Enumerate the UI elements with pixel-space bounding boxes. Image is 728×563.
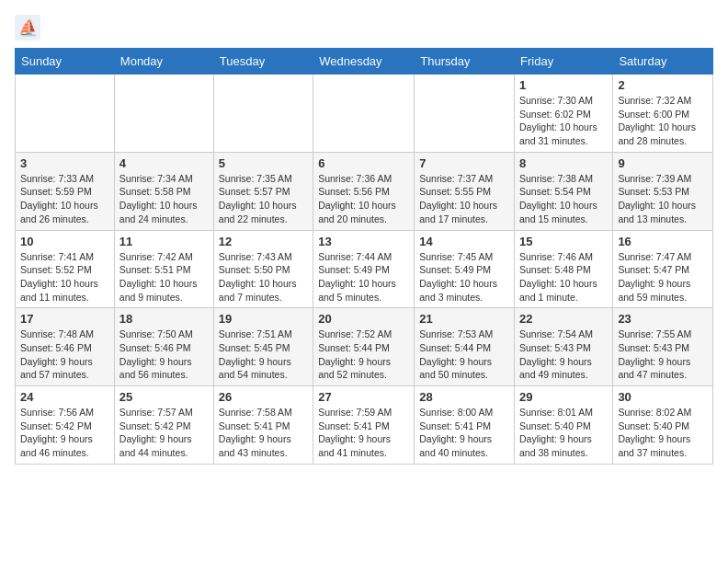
day-info: Sunrise: 8:00 AM Sunset: 5:41 PM Dayligh… (419, 406, 509, 460)
calendar-cell: 1Sunrise: 7:30 AM Sunset: 6:02 PM Daylig… (515, 75, 613, 153)
calendar-cell: 13Sunrise: 7:44 AM Sunset: 5:49 PM Dayli… (313, 230, 415, 308)
col-header-wednesday: Wednesday (313, 49, 415, 75)
day-info: Sunrise: 7:43 AM Sunset: 5:50 PM Dayligh… (219, 250, 308, 304)
day-info: Sunrise: 8:01 AM Sunset: 5:40 PM Dayligh… (519, 406, 608, 460)
calendar-cell: 12Sunrise: 7:43 AM Sunset: 5:50 PM Dayli… (213, 230, 313, 308)
calendar-cell: 28Sunrise: 8:00 AM Sunset: 5:41 PM Dayli… (415, 386, 515, 465)
calendar-cell (313, 75, 415, 153)
calendar-cell: 3Sunrise: 7:33 AM Sunset: 5:59 PM Daylig… (16, 152, 115, 230)
calendar-cell: 2Sunrise: 7:32 AM Sunset: 6:00 PM Daylig… (613, 75, 713, 153)
calendar-cell: 15Sunrise: 7:46 AM Sunset: 5:48 PM Dayli… (515, 230, 613, 308)
col-header-thursday: Thursday (415, 49, 515, 75)
day-number: 23 (618, 312, 708, 326)
day-info: Sunrise: 7:30 AM Sunset: 6:02 PM Dayligh… (519, 94, 608, 148)
day-number: 28 (419, 390, 509, 404)
day-info: Sunrise: 7:44 AM Sunset: 5:49 PM Dayligh… (318, 250, 409, 304)
calendar-cell (415, 75, 515, 153)
day-number: 9 (618, 156, 708, 170)
calendar-cell (213, 75, 313, 153)
day-info: Sunrise: 8:02 AM Sunset: 5:40 PM Dayligh… (618, 406, 708, 460)
day-info: Sunrise: 7:35 AM Sunset: 5:57 PM Dayligh… (219, 172, 308, 226)
calendar-week-4: 17Sunrise: 7:48 AM Sunset: 5:46 PM Dayli… (16, 308, 713, 386)
calendar-week-1: 1Sunrise: 7:30 AM Sunset: 6:02 PM Daylig… (16, 75, 713, 153)
col-header-monday: Monday (114, 49, 213, 75)
day-number: 18 (119, 312, 209, 326)
page-header: ⛵ (15, 15, 713, 40)
calendar-cell: 25Sunrise: 7:57 AM Sunset: 5:42 PM Dayli… (114, 386, 213, 465)
day-info: Sunrise: 7:34 AM Sunset: 5:58 PM Dayligh… (119, 172, 209, 226)
calendar-cell (114, 75, 213, 153)
day-info: Sunrise: 7:33 AM Sunset: 5:59 PM Dayligh… (20, 172, 109, 226)
day-number: 21 (419, 312, 509, 326)
day-number: 29 (519, 390, 608, 404)
calendar-cell: 22Sunrise: 7:54 AM Sunset: 5:43 PM Dayli… (515, 308, 613, 386)
calendar-cell: 4Sunrise: 7:34 AM Sunset: 5:58 PM Daylig… (114, 152, 213, 230)
day-number: 5 (219, 156, 308, 170)
calendar-cell: 17Sunrise: 7:48 AM Sunset: 5:46 PM Dayli… (16, 308, 115, 386)
day-number: 30 (618, 390, 708, 404)
calendar-cell: 29Sunrise: 8:01 AM Sunset: 5:40 PM Dayli… (515, 386, 613, 465)
day-info: Sunrise: 7:58 AM Sunset: 5:41 PM Dayligh… (219, 406, 308, 460)
day-info: Sunrise: 7:56 AM Sunset: 5:42 PM Dayligh… (20, 406, 109, 460)
calendar-cell: 9Sunrise: 7:39 AM Sunset: 5:53 PM Daylig… (613, 152, 713, 230)
day-number: 17 (20, 312, 109, 326)
day-number: 6 (318, 156, 409, 170)
calendar-cell: 5Sunrise: 7:35 AM Sunset: 5:57 PM Daylig… (213, 152, 313, 230)
col-header-sunday: Sunday (16, 49, 115, 75)
day-info: Sunrise: 7:37 AM Sunset: 5:55 PM Dayligh… (419, 172, 509, 226)
day-info: Sunrise: 7:32 AM Sunset: 6:00 PM Dayligh… (618, 94, 708, 148)
day-number: 19 (219, 312, 308, 326)
calendar-cell: 7Sunrise: 7:37 AM Sunset: 5:55 PM Daylig… (415, 152, 515, 230)
day-info: Sunrise: 7:48 AM Sunset: 5:46 PM Dayligh… (20, 327, 109, 382)
day-number: 14 (419, 235, 509, 248)
logo: ⛵ (15, 15, 44, 40)
day-number: 2 (618, 78, 708, 92)
calendar-cell: 8Sunrise: 7:38 AM Sunset: 5:54 PM Daylig… (515, 152, 613, 230)
calendar-week-2: 3Sunrise: 7:33 AM Sunset: 5:59 PM Daylig… (16, 152, 713, 230)
day-number: 12 (219, 235, 308, 248)
calendar-cell: 11Sunrise: 7:42 AM Sunset: 5:51 PM Dayli… (114, 230, 213, 308)
col-header-saturday: Saturday (613, 49, 713, 75)
day-info: Sunrise: 7:42 AM Sunset: 5:51 PM Dayligh… (119, 250, 209, 304)
col-header-tuesday: Tuesday (213, 49, 313, 75)
day-number: 4 (119, 156, 209, 170)
day-info: Sunrise: 7:53 AM Sunset: 5:44 PM Dayligh… (419, 327, 509, 382)
day-number: 8 (519, 156, 608, 170)
calendar-week-5: 24Sunrise: 7:56 AM Sunset: 5:42 PM Dayli… (16, 386, 713, 465)
calendar-cell: 14Sunrise: 7:45 AM Sunset: 5:49 PM Dayli… (415, 230, 515, 308)
day-number: 22 (519, 312, 608, 326)
calendar-cell: 20Sunrise: 7:52 AM Sunset: 5:44 PM Dayli… (313, 308, 415, 386)
day-info: Sunrise: 7:39 AM Sunset: 5:53 PM Dayligh… (618, 172, 708, 226)
calendar-cell: 21Sunrise: 7:53 AM Sunset: 5:44 PM Dayli… (415, 308, 515, 386)
calendar-cell (16, 75, 115, 153)
day-info: Sunrise: 7:57 AM Sunset: 5:42 PM Dayligh… (119, 406, 209, 460)
day-info: Sunrise: 7:41 AM Sunset: 5:52 PM Dayligh… (20, 250, 109, 304)
day-number: 13 (318, 235, 409, 248)
day-info: Sunrise: 7:36 AM Sunset: 5:56 PM Dayligh… (318, 172, 409, 226)
day-info: Sunrise: 7:46 AM Sunset: 5:48 PM Dayligh… (519, 250, 608, 304)
calendar-week-3: 10Sunrise: 7:41 AM Sunset: 5:52 PM Dayli… (16, 230, 713, 308)
day-number: 16 (618, 235, 708, 248)
day-info: Sunrise: 7:38 AM Sunset: 5:54 PM Dayligh… (519, 172, 608, 226)
calendar-cell: 6Sunrise: 7:36 AM Sunset: 5:56 PM Daylig… (313, 152, 415, 230)
calendar-cell: 23Sunrise: 7:55 AM Sunset: 5:43 PM Dayli… (613, 308, 713, 386)
day-number: 20 (318, 312, 409, 326)
day-info: Sunrise: 7:47 AM Sunset: 5:47 PM Dayligh… (618, 250, 708, 304)
day-info: Sunrise: 7:50 AM Sunset: 5:46 PM Dayligh… (119, 327, 209, 382)
calendar-cell: 27Sunrise: 7:59 AM Sunset: 5:41 PM Dayli… (313, 386, 415, 465)
day-number: 10 (20, 235, 109, 248)
day-number: 27 (318, 390, 409, 404)
day-info: Sunrise: 7:52 AM Sunset: 5:44 PM Dayligh… (318, 327, 409, 382)
day-number: 15 (519, 235, 608, 248)
calendar-cell: 19Sunrise: 7:51 AM Sunset: 5:45 PM Dayli… (213, 308, 313, 386)
day-info: Sunrise: 7:59 AM Sunset: 5:41 PM Dayligh… (318, 406, 409, 460)
svg-text:⛵: ⛵ (18, 18, 39, 38)
col-header-friday: Friday (515, 49, 613, 75)
calendar-cell: 18Sunrise: 7:50 AM Sunset: 5:46 PM Dayli… (114, 308, 213, 386)
day-number: 7 (419, 156, 509, 170)
calendar-header-row: SundayMondayTuesdayWednesdayThursdayFrid… (16, 49, 713, 75)
logo-icon: ⛵ (15, 15, 40, 40)
day-info: Sunrise: 7:55 AM Sunset: 5:43 PM Dayligh… (618, 327, 708, 382)
day-number: 1 (519, 78, 608, 92)
day-number: 3 (20, 156, 109, 170)
